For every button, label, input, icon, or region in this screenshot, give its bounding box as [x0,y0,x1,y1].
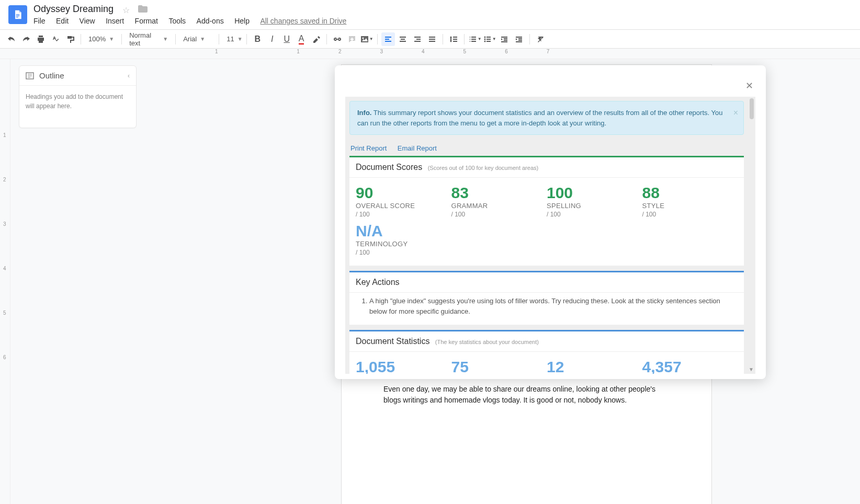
highlight-button[interactable] [309,32,323,46]
score-denom: / 100 [356,249,451,256]
doc-title[interactable]: Odyssey Dreaming [33,4,114,15]
bold-button[interactable]: B [251,32,264,46]
align-center-button[interactable] [396,32,410,46]
vertical-ruler[interactable]: 1 2 3 4 5 6 [0,59,10,504]
spellcheck-button[interactable] [49,32,62,46]
outdent-button[interactable] [497,32,511,46]
underline-button[interactable]: U [280,32,293,46]
font-select[interactable]: Arial▼ [179,32,216,46]
email-report-link[interactable]: Email Report [398,144,437,152]
info-banner: × Info. This summary report shows your d… [349,101,744,135]
action-item: A high "glue index" suggests you're usin… [369,296,738,316]
horizontal-ruler[interactable]: 1 1234567 [0,49,860,59]
score-card: 88STYLE/ 100 [642,182,738,220]
stat-value: 1,055 [356,358,451,374]
scores-sub: (Scores out of 100 for key document area… [428,165,539,171]
stats-grid: 1,055WORD COUNT75SENTENCES12PARAGRAPHS4,… [356,356,738,374]
score-card: N/ATERMINOLOGY/ 100 [356,220,451,258]
menu-insert[interactable]: Insert [106,17,124,25]
score-label: GRAMMAR [451,202,547,210]
menu-tools[interactable]: Tools [168,17,186,25]
score-label: SPELLING [547,202,642,210]
fontsize-select[interactable]: 11▼ [222,32,243,46]
svg-point-7 [484,40,485,42]
header: Odyssey Dreaming ☆ File Edit View Insert… [0,0,860,30]
print-report-link[interactable]: Print Report [350,144,387,152]
align-left-button[interactable] [381,32,395,46]
docs-logo-icon[interactable] [8,5,27,24]
report-links: Print Report Email Report [345,139,748,156]
scores-header: Document Scores [356,163,422,171]
align-justify-button[interactable] [425,32,439,46]
stat-value: 12 [547,358,642,374]
outline-panel: Outline ‹ Headings you add to the docume… [19,65,137,128]
indent-button[interactable] [512,32,526,46]
score-card: 90OVERALL SCORE/ 100 [356,182,451,220]
score-label: OVERALL SCORE [356,202,451,210]
title-area: Odyssey Dreaming ☆ File Edit View Insert… [33,4,852,25]
stat-card: 75SENTENCES [451,356,547,374]
score-grid: 90OVERALL SCORE/ 10083GRAMMAR/ 100100SPE… [356,182,738,258]
menu-format[interactable]: Format [135,17,158,25]
score-value: 83 [451,184,547,202]
svg-rect-0 [16,14,20,15]
menu-file[interactable]: File [33,17,46,25]
info-close-icon[interactable]: × [733,107,738,119]
main-area: 1 2 3 4 5 6 Outline ‹ Headings you add t… [0,59,860,504]
scrollbar-thumb[interactable] [750,98,754,119]
outline-collapse-icon[interactable]: ‹ [128,72,130,79]
svg-rect-2 [16,17,18,17]
stats-sub: (The key statistics about your document) [435,339,539,345]
toolbar: 100%▼ Normal text▼ Arial▼ 11▼ B I U A ▼ … [0,30,860,49]
stat-card: 1,055WORD COUNT [356,356,451,374]
stat-value: 75 [451,358,547,374]
numbered-list-button[interactable]: ▼ [468,32,482,46]
clear-formatting-button[interactable] [534,32,547,46]
score-value: 88 [642,184,738,202]
score-value: N/A [356,222,451,240]
styles-select[interactable]: Normal text▼ [125,32,172,46]
image-button[interactable]: ▼ [360,32,374,46]
line-spacing-button[interactable] [447,32,460,46]
menu-edit[interactable]: Edit [56,17,69,25]
score-denom: / 100 [642,211,738,218]
score-denom: / 100 [451,211,547,218]
modal-body: ▼ × Info. This summary report shows your… [345,97,755,374]
stat-card: 12PARAGRAPHS [547,356,642,374]
svg-rect-1 [16,16,20,16]
page-container: Even one day, we may be able to share ou… [137,59,860,504]
save-status: All changes saved in Drive [260,17,346,25]
actions-header: Key Actions [356,278,400,287]
text-color-button[interactable]: A [295,32,308,46]
bulleted-list-button[interactable]: ▼ [483,32,496,46]
menubar: File Edit View Insert Format Tools Add-o… [33,16,852,26]
star-icon[interactable]: ☆ [122,5,130,15]
print-button[interactable] [34,32,48,46]
link-button[interactable] [331,32,344,46]
undo-button[interactable] [5,32,18,46]
outline-empty-text: Headings you add to the document will ap… [19,86,136,117]
stats-header: Document Statistics [356,337,429,346]
action-list: A high "glue index" suggests you're usin… [349,293,744,325]
italic-button[interactable]: I [265,32,279,46]
paint-format-button[interactable] [63,32,77,46]
menu-help[interactable]: Help [234,17,250,25]
svg-point-4 [362,37,364,39]
info-text: This summary report shows your document … [357,109,722,127]
info-label: Info. [357,109,371,117]
report-modal: ✕ ▼ × Info. This summary report shows yo… [335,65,766,379]
actions-panel: Key Actions A high "glue index" suggests… [349,271,744,325]
folder-icon[interactable] [138,5,148,15]
zoom-select[interactable]: 100%▼ [84,32,118,46]
scroll-down-icon[interactable]: ▼ [749,366,754,372]
score-card: 83GRAMMAR/ 100 [451,182,547,220]
menu-addons[interactable]: Add-ons [197,17,224,25]
stats-panel: Document Statistics (The key statistics … [349,330,744,374]
close-icon[interactable]: ✕ [745,80,753,91]
svg-point-6 [484,38,485,40]
align-right-button[interactable] [411,32,424,46]
redo-button[interactable] [19,32,33,46]
comment-button[interactable] [345,32,359,46]
score-label: TERMINOLOGY [356,240,451,248]
menu-view[interactable]: View [80,17,95,25]
